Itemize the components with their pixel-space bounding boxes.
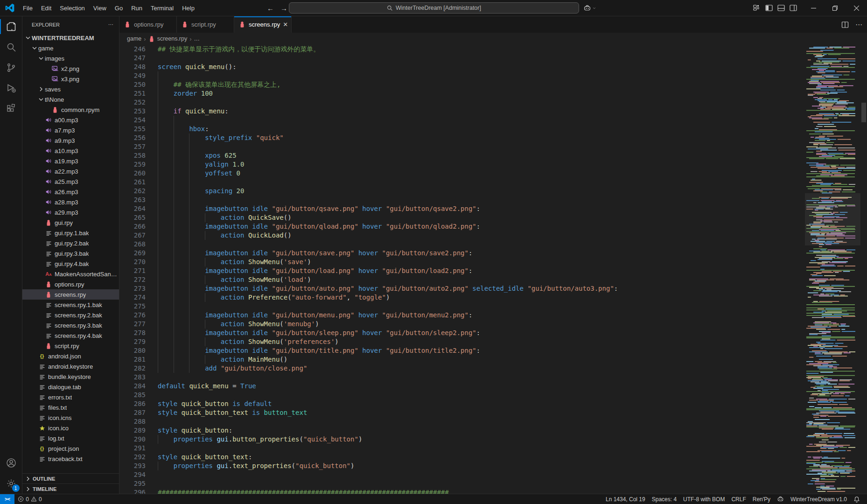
tab-script.rpy[interactable]: script.rpy <box>177 16 234 33</box>
tree-item-a9.mp3[interactable]: a9.mp3 <box>22 135 119 146</box>
timeline-section[interactable]: TIMELINE <box>22 483 119 494</box>
menu-file[interactable]: File <box>19 3 37 14</box>
minimize-button[interactable] <box>803 0 824 16</box>
tree-item-a26.mp3[interactable]: a26.mp3 <box>22 187 119 197</box>
code-line-287[interactable]: 287style quick_button_text is button_tex… <box>119 408 805 417</box>
copilot-button[interactable] <box>583 4 596 12</box>
menu-edit[interactable]: Edit <box>37 3 56 14</box>
tree-item-screens.rpy.1.bak[interactable]: screens.rpy.1.bak <box>22 300 119 310</box>
code-line-276[interactable]: 276 imagebutton idle "gui/button/menu.pn… <box>119 311 805 320</box>
code-line-283[interactable]: 283 <box>119 373 805 382</box>
code-line-290[interactable]: 290 properties gui.button_properties("qu… <box>119 435 805 444</box>
menu-view[interactable]: View <box>89 3 111 14</box>
tree-item-script.rpy[interactable]: script.rpy <box>22 341 119 351</box>
tree-item-log.txt[interactable]: log.txt <box>22 433 119 443</box>
code-line-272[interactable]: 272 action ShowMenu('load') <box>119 275 805 284</box>
code-line-280[interactable]: 280 imagebutton idle "gui/button/title.p… <box>119 346 805 355</box>
code-line-275[interactable]: 275 <box>119 302 805 311</box>
tree-item-saves[interactable]: saves <box>22 84 119 94</box>
code-line-249[interactable]: 249 <box>119 71 805 80</box>
tree-item-gui.rpy[interactable]: gui.rpy <box>22 217 119 228</box>
tree-item-tl\None[interactable]: tl\None <box>22 94 119 105</box>
status-encoding[interactable]: UTF-8 with BOM <box>680 494 728 504</box>
code-line-288[interactable]: 288 <box>119 417 805 426</box>
breadcrumb-item-game[interactable]: game <box>127 35 141 42</box>
restore-button[interactable] <box>824 0 846 16</box>
tree-item-screens.rpy[interactable]: screens.rpy <box>22 289 119 300</box>
tree-item-a10.mp3[interactable]: a10.mp3 <box>22 146 119 156</box>
code-line-268[interactable]: 268 <box>119 240 805 249</box>
remote-indicator[interactable]: >< <box>0 494 14 504</box>
code-line-257[interactable]: 257 <box>119 142 805 151</box>
code-line-247[interactable]: 247 <box>119 54 805 63</box>
menu-help[interactable]: Help <box>178 3 199 14</box>
code-line-262[interactable]: 262 spacing 20 <box>119 187 805 196</box>
code-line-267[interactable]: 267 action QuickLoad() <box>119 231 805 240</box>
code-line-261[interactable]: 261 <box>119 178 805 187</box>
notifications-bell[interactable] <box>850 494 863 504</box>
code-line-248[interactable]: 248screen quick_menu(): <box>119 63 805 71</box>
editor-scrollbar[interactable] <box>860 45 867 494</box>
code-area[interactable]: 246## 快捷菜单显示于游戏内，以便于访问游戏外的菜单。247248scree… <box>119 45 805 494</box>
tab-screens.rpy[interactable]: screens.rpy✕ <box>234 16 292 33</box>
tree-item-a19.mp3[interactable]: a19.mp3 <box>22 156 119 166</box>
explorer-actions-ellipsis[interactable]: ⋯ <box>108 21 113 28</box>
code-line-250[interactable]: 250 ## 确保该菜单出现在其他屏幕之上, <box>119 80 805 89</box>
tree-item-dialogue.tab[interactable]: dialogue.tab <box>22 382 119 392</box>
tree-item-a22.mp3[interactable]: a22.mp3 <box>22 166 119 176</box>
status-copilot[interactable] <box>774 494 787 504</box>
code-line-278[interactable]: 278 imagebutton idle "gui/button/sleep.p… <box>119 329 805 337</box>
editor[interactable]: 246## 快捷菜单显示于游戏内，以便于访问游戏外的菜单。247248scree… <box>119 45 867 494</box>
breadcrumb-item-…[interactable]: … <box>194 35 200 42</box>
code-line-282[interactable]: 282 add "gui/button/close.png" <box>119 364 805 373</box>
tree-item-a00.mp3[interactable]: a00.mp3 <box>22 115 119 125</box>
code-line-281[interactable]: 281 action MainMenu() <box>119 355 805 364</box>
tree-item-traceback.txt[interactable]: traceback.txt <box>22 454 119 464</box>
code-line-284[interactable]: 284default quick_menu = True <box>119 382 805 391</box>
tree-item-errors.txt[interactable]: errors.txt <box>22 392 119 402</box>
tree-item-images[interactable]: images <box>22 53 119 63</box>
extensions-icon[interactable] <box>0 98 22 119</box>
code-line-295[interactable]: 295 <box>119 479 805 488</box>
code-line-256[interactable]: 256 style_prefix "quick" <box>119 133 805 142</box>
code-line-294[interactable]: 294 <box>119 470 805 479</box>
tree-item-screens.rpy.4.bak[interactable]: screens.rpy.4.bak <box>22 330 119 341</box>
code-line-254[interactable]: 254 <box>119 116 805 125</box>
search-sidebar-icon[interactable] <box>0 37 22 57</box>
tree-item-a29.mp3[interactable]: a29.mp3 <box>22 207 119 217</box>
outline-section[interactable]: OUTLINE <box>22 473 119 483</box>
tree-item-x3.png[interactable]: x3.png <box>22 74 119 84</box>
tree-item-x2.png[interactable]: x2.png <box>22 63 119 74</box>
split-editor-icon[interactable] <box>841 21 849 28</box>
close-tab-icon[interactable]: ✕ <box>283 21 288 29</box>
code-line-266[interactable]: 266 imagebutton idle "gui/button/qload.p… <box>119 222 805 231</box>
code-line-271[interactable]: 271 imagebutton idle "gui/button/load.pn… <box>119 266 805 275</box>
code-line-273[interactable]: 273 imagebutton idle "gui/button/auto.pn… <box>119 284 805 293</box>
problems-indicator[interactable]: 0 0 <box>14 494 45 504</box>
code-line-274[interactable]: 274 action Preference("auto-forward", "t… <box>119 293 805 302</box>
tree-item-files.txt[interactable]: files.txt <box>22 402 119 413</box>
menu-go[interactable]: Go <box>111 3 127 14</box>
breadcrumb-item-screens.rpy[interactable]: screens.rpy <box>148 35 188 42</box>
code-line-252[interactable]: 252 <box>119 98 805 107</box>
tree-item-gui.rpy.4.bak[interactable]: gui.rpy.4.bak <box>22 259 119 269</box>
tree-item-game[interactable]: game <box>22 43 119 53</box>
tree-item-common.rpym[interactable]: common.rpym <box>22 105 119 115</box>
run-debug-icon[interactable] <box>0 78 22 98</box>
status-eol[interactable]: CRLF <box>728 494 749 504</box>
status-cursor-position[interactable]: Ln 1434, Col 19 <box>602 494 649 504</box>
minimap-slider[interactable] <box>805 193 860 245</box>
tree-item-project.json[interactable]: {}project.json <box>22 443 119 454</box>
menu-terminal[interactable]: Terminal <box>147 3 178 14</box>
code-line-289[interactable]: 289style quick_button: <box>119 426 805 435</box>
customize-layout-icon[interactable] <box>753 4 761 12</box>
minimap[interactable] <box>805 45 860 494</box>
code-line-277[interactable]: 277 action ShowMenu('menubg') <box>119 320 805 329</box>
code-line-293[interactable]: 293 properties gui.text_properties("quic… <box>119 462 805 470</box>
tree-item-screens.rpy.3.bak[interactable]: screens.rpy.3.bak <box>22 320 119 330</box>
status-version[interactable]: WinterTreeDream v1.0 <box>787 494 850 504</box>
code-line-296[interactable]: 296#####################################… <box>119 488 805 494</box>
code-line-258[interactable]: 258 xpos 625 <box>119 151 805 160</box>
tree-item-android.json[interactable]: {}android.json <box>22 351 119 361</box>
tree-item-icon.ico[interactable]: icon.ico <box>22 423 119 433</box>
